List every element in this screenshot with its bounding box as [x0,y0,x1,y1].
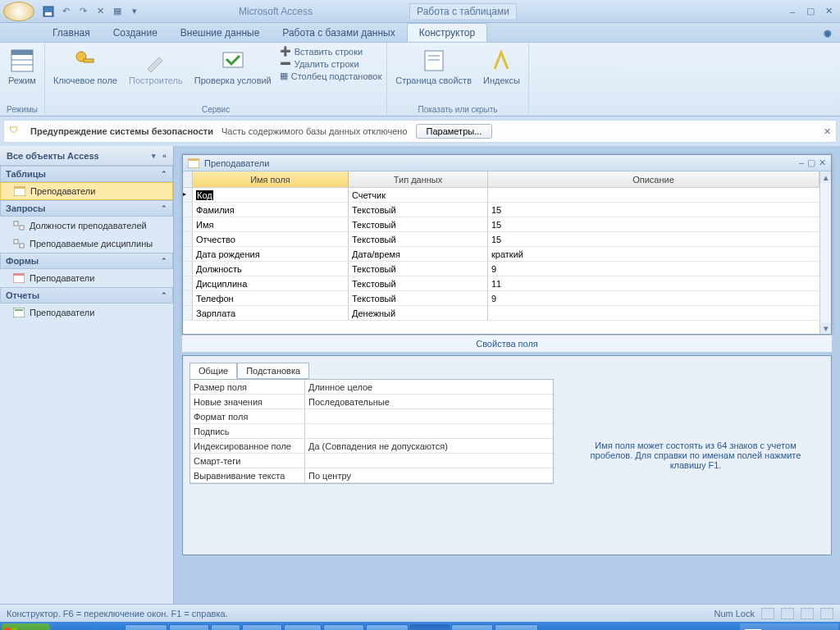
table-row[interactable]: ИмяТекстовый15 [183,217,819,232]
row-selector[interactable] [183,232,193,246]
property-value[interactable]: По центру [305,468,553,482]
cell-datatype[interactable]: Текстовый [349,262,488,276]
tab-design[interactable]: Конструктор [407,23,487,42]
cell-description[interactable]: 9 [488,262,819,276]
row-selector[interactable]: ▸ [183,188,193,202]
nav-item-table[interactable]: Преподаватели [0,182,173,200]
cell-fieldname[interactable]: Должность [193,262,349,276]
nav-category-reports[interactable]: Отчеты⌃ [0,287,173,304]
nav-item-report[interactable]: Преподаватели [0,304,173,322]
taskbar-button[interactable]: ▪143_... [366,624,409,630]
row-selector[interactable] [183,276,193,290]
lookup-column-button[interactable]: ▦Столбец подстановок [280,71,381,81]
cell-datatype[interactable]: Текстовый [349,232,488,246]
property-sheet-button[interactable]: Страница свойств [392,46,475,87]
col-description[interactable]: Описание [488,171,819,187]
property-row[interactable]: Подпись [190,424,553,439]
cell-datatype[interactable]: Текстовый [349,217,488,231]
scroll-up-icon[interactable]: ▴ [820,171,831,183]
taskbar-button[interactable]: ▪инф... [242,624,282,630]
cell-fieldname[interactable]: Дата рождения [193,247,349,261]
property-table[interactable]: Размер поляДлинное целоеНовые значенияПо… [189,379,554,484]
tab-database[interactable]: Работа с базами данных [271,24,406,42]
design-grid-body[interactable]: ▸КодСчетчикФамилияТекстовый15ИмяТекстовы… [183,188,819,334]
nav-item-form[interactable]: Преподаватели [0,269,173,287]
property-value[interactable]: Да (Совпадения не допускаются) [305,439,553,453]
close-icon[interactable]: ✕ [819,158,826,168]
scroll-down-icon[interactable]: ▾ [820,322,831,334]
close-icon[interactable]: ✕ [824,126,831,137]
cell-fieldname[interactable]: Код [193,188,349,202]
nav-item-query[interactable]: Преподаваемые дисциплины [0,235,173,253]
row-selector[interactable] [183,306,193,320]
primary-key-button[interactable]: Ключевое поле [50,46,121,87]
minimize-icon[interactable]: – [799,158,804,168]
nav-category-tables[interactable]: Таблицы⌃ [0,166,173,182]
builder-button[interactable]: Построитель [126,46,186,87]
nav-header[interactable]: Все объекты Access ▾ « [0,146,173,166]
property-value[interactable] [305,424,553,438]
ql-icon[interactable]: 📁 [104,627,119,630]
maximize-icon[interactable]: ▢ [802,6,819,17]
cell-description[interactable]: 9 [488,291,819,305]
table-row[interactable]: ДисциплинаТекстовый11 [183,276,819,291]
qat-icon2[interactable]: ▦ [110,4,125,19]
cell-datatype[interactable]: Дата/время [349,247,488,261]
nav-item-query[interactable]: Должности преподавателей [0,217,173,235]
cell-datatype[interactable]: Счетчик [349,188,488,202]
property-row[interactable]: Индексированное полеДа (Совпадения не до… [190,439,553,454]
delete-rows-button[interactable]: ➖Удалить строки [280,58,381,69]
view-button-4[interactable] [820,608,833,619]
row-selector[interactable] [183,203,193,217]
property-row[interactable]: Формат поля [190,409,553,424]
row-selector-header[interactable] [183,171,193,187]
qat-dropdown-icon[interactable]: ▾ [127,4,142,19]
table-row[interactable]: ▸КодСчетчик [183,188,819,203]
cell-fieldname[interactable]: Имя [193,217,349,231]
col-fieldname[interactable]: Имя поля [193,171,349,187]
view-button-design[interactable] [781,608,794,619]
cell-description[interactable]: 11 [488,276,819,290]
scroll-track[interactable] [820,183,831,322]
ql-icon[interactable]: 🌐 [88,627,103,630]
row-selector[interactable] [183,262,193,276]
taskbar-button[interactable]: ▪[387... [169,624,209,630]
help-icon[interactable]: ◉ [815,25,840,42]
ql-icon[interactable]: 📧 [71,627,86,630]
col-datatype[interactable]: Тип данных [349,171,488,187]
cell-description[interactable]: 15 [488,203,819,217]
dropdown-icon[interactable]: ▾ « [152,152,167,160]
row-selector[interactable] [183,217,193,231]
insert-rows-button[interactable]: ➕Вставить строки [280,46,381,57]
taskbar-button[interactable]: ▪site [211,624,240,630]
cell-datatype[interactable]: Текстовый [349,203,488,217]
qat-icon[interactable]: ✕ [93,4,107,19]
row-selector[interactable] [183,291,193,305]
cell-fieldname[interactable]: Дисциплина [193,276,349,290]
property-value[interactable] [305,409,553,423]
property-row[interactable]: Размер поляДлинное целое [190,380,553,395]
cell-datatype[interactable]: Текстовый [349,291,488,305]
vertical-scrollbar[interactable]: ▴ ▾ [819,171,831,334]
table-row[interactable]: ДолжностьТекстовый9 [183,262,819,276]
cell-fieldname[interactable]: Телефон [193,291,349,305]
taskbar-button[interactable]: ▪Micr... [410,624,450,630]
cell-fieldname[interactable]: Отчество [193,232,349,246]
taskbar-button[interactable]: ▪Вход... [125,624,167,630]
taskbar-button[interactable]: ▪5999... [451,624,494,630]
ql-icon[interactable]: 🖥 [55,627,70,630]
cell-description[interactable] [488,188,819,202]
save-icon[interactable] [41,4,56,19]
tab-create[interactable]: Создание [102,24,169,42]
property-row[interactable]: Выравнивание текстаПо центру [190,468,553,483]
test-button[interactable]: Проверка условий [191,46,275,87]
cell-description[interactable]: краткий [488,247,819,261]
undo-icon[interactable]: ↶ [58,4,73,19]
cell-fieldname[interactable]: Фамилия [193,203,349,217]
property-value[interactable]: Последовательные [305,395,553,409]
table-row[interactable]: ТелефонТекстовый9 [183,291,819,306]
table-row[interactable]: ФамилияТекстовый15 [183,203,819,217]
nav-category-forms[interactable]: Формы⌃ [0,253,173,269]
taskbar-button[interactable]: ▪Док... [284,624,322,630]
taskbar-button[interactable]: ▪Безы... [495,624,538,630]
